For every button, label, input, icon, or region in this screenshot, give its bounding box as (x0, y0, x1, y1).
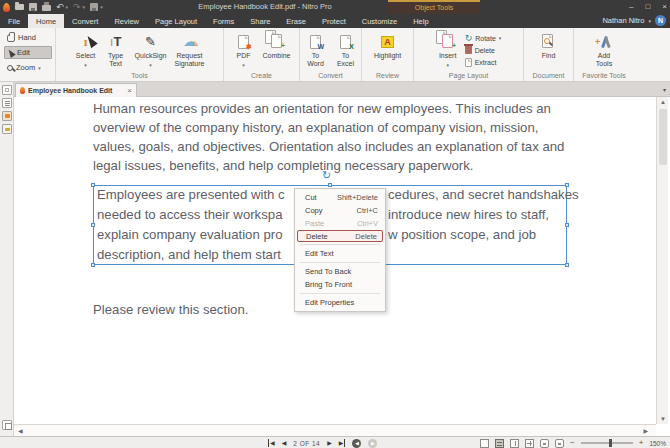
highlight-button[interactable]: A Highlight (370, 30, 405, 60)
edit-tool-button[interactable]: Edit (4, 46, 52, 59)
to-excel-button[interactable]: X To Excel (331, 30, 361, 68)
view-back-icon[interactable]: ◀ (352, 439, 361, 448)
view-forward-icon[interactable]: ▶ (368, 439, 377, 448)
undo-icon[interactable]: ↶ (56, 2, 64, 12)
create-pdf-button[interactable]: ✱ PDF ▾ (228, 30, 258, 68)
save-icon[interactable] (29, 3, 37, 11)
scroll-left-icon[interactable]: ◀ (18, 427, 23, 434)
tab-protect[interactable]: Protect (314, 14, 354, 28)
tab-erase[interactable]: Erase (278, 14, 314, 28)
document-tab[interactable]: Employee Handbook Edit × (15, 83, 137, 97)
add-tools-icon: + (597, 35, 611, 49)
tab-home[interactable]: Home (28, 14, 64, 28)
resize-handle[interactable] (328, 183, 332, 187)
pages-panel-icon[interactable] (2, 85, 12, 95)
print-icon[interactable] (42, 5, 51, 11)
minimize-button[interactable]: – (629, 1, 633, 13)
menu-item-edit-properties[interactable]: Edit Properties (295, 296, 385, 309)
tab-customize[interactable]: Customize (354, 14, 405, 28)
resize-handle[interactable] (91, 183, 95, 187)
view-continuous-icon[interactable] (495, 439, 504, 448)
request-signature-button[interactable]: ☁✎ Request Signature (170, 30, 208, 68)
redo-icon[interactable]: ↷ (73, 2, 81, 12)
tab-page-layout[interactable]: Page Layout (147, 14, 205, 28)
pane-options-icon[interactable]: ▾ (663, 86, 666, 93)
vertical-scroll-thumb[interactable] (659, 109, 667, 165)
quicksign-dropdown-icon[interactable]: ▾ (149, 62, 152, 68)
select-dropdown-icon[interactable]: ▾ (84, 62, 87, 68)
insert-dropdown-icon[interactable]: ▾ (446, 62, 449, 68)
quick-tool-dropdown-icon[interactable]: ▾ (100, 4, 103, 10)
tab-share[interactable]: Share (242, 14, 278, 28)
insert-button[interactable]: + Insert ▾ (433, 30, 463, 68)
close-button[interactable]: × (662, 1, 667, 13)
scroll-down-icon[interactable]: ▼ (657, 416, 669, 422)
delete-page-button[interactable]: Delete (465, 45, 502, 55)
rotate-dropdown-icon[interactable]: ▾ (499, 35, 502, 41)
quick-tool-icon[interactable] (90, 3, 98, 11)
zoom-dropdown-icon[interactable]: ▾ (38, 65, 41, 71)
pdf-dropdown-icon[interactable]: ▾ (242, 62, 245, 68)
first-page-icon[interactable]: ◀ (268, 439, 275, 447)
document-tab-close-icon[interactable]: × (127, 86, 132, 95)
resize-handle[interactable] (91, 263, 95, 267)
hand-tool-button[interactable]: Hand (4, 31, 52, 44)
undo-dropdown-icon[interactable]: ▾ (66, 4, 69, 10)
combine-button[interactable]: + Combine (258, 30, 294, 60)
menu-item-copy[interactable]: CopyCtrl+C (295, 204, 385, 217)
zoom-in-icon[interactable]: + (639, 439, 644, 447)
zoom-out-icon[interactable]: − (570, 439, 575, 447)
tab-forms[interactable]: Forms (205, 14, 242, 28)
zoom-slider[interactable] (581, 442, 633, 444)
to-word-button[interactable]: W To Word (301, 30, 331, 68)
shortcut-delete: Delete (355, 232, 377, 241)
quicksign-button[interactable]: ✎ QuickSign ▾ (131, 30, 171, 68)
tab-convert[interactable]: Convert (64, 14, 106, 28)
user-dropdown-icon[interactable]: ▾ (648, 18, 651, 24)
menu-item-delete[interactable]: DeleteDelete (297, 230, 383, 242)
user-account[interactable]: Nathan Nitro ▾ N (602, 15, 666, 26)
menu-item-send-to-back[interactable]: Send To Back (295, 265, 385, 278)
tab-file[interactable]: File (0, 14, 28, 28)
signatures-panel-icon[interactable] (2, 124, 12, 134)
select-button[interactable]: ı Select ▾ (71, 30, 101, 68)
scroll-up-icon[interactable]: ▲ (657, 99, 669, 105)
find-button[interactable]: Find (534, 30, 564, 60)
view-single-page-icon[interactable] (480, 439, 489, 448)
open-icon[interactable] (15, 4, 24, 10)
resize-handle[interactable] (91, 223, 95, 227)
redo-dropdown-icon[interactable]: ▾ (83, 4, 86, 10)
zoom-slider-thumb[interactable] (609, 439, 612, 447)
view-facing-pages-icon[interactable] (510, 439, 519, 448)
zoom-tool-button[interactable]: Zoom ▾ (4, 61, 52, 74)
page-indicator[interactable]: 2 OF 14 (293, 440, 320, 447)
menu-item-edit-text[interactable]: Edit Text (295, 247, 385, 260)
zoom-level[interactable]: 150% (649, 440, 666, 447)
tab-help[interactable]: Help (405, 14, 436, 28)
attachments-panel-icon[interactable] (2, 420, 12, 430)
vertical-scrollbar[interactable]: ▲ ▼ (656, 97, 668, 424)
type-text-button[interactable]: ıT Type Text (101, 30, 131, 68)
view-fit-width-icon[interactable] (540, 439, 549, 448)
comments-panel-icon[interactable] (2, 111, 12, 121)
resize-handle[interactable] (565, 263, 569, 267)
last-page-icon[interactable]: ▶ (339, 439, 346, 447)
view-fullscreen-icon[interactable] (555, 439, 564, 448)
menu-item-bring-to-front[interactable]: Bring To Front (295, 278, 385, 291)
view-grid-icon[interactable] (525, 439, 534, 448)
rotate-handle-icon[interactable]: ↻ (322, 170, 331, 181)
horizontal-scrollbar[interactable]: ◀ ▶ (14, 424, 656, 436)
next-page-icon[interactable]: ▶ (327, 439, 332, 447)
menu-item-cut[interactable]: CutShift+Delete (295, 191, 385, 204)
bookmarks-panel-icon[interactable] (2, 98, 12, 108)
rotate-button[interactable]: ↻ Rotate ▾ (465, 33, 502, 43)
add-tools-button[interactable]: + Add Tools (589, 30, 619, 68)
document-page[interactable]: Human resources provides an orientation … (14, 97, 656, 425)
tab-review[interactable]: Review (106, 14, 147, 28)
maximize-button[interactable]: □ (645, 1, 650, 13)
scroll-right-icon[interactable]: ▶ (643, 427, 648, 434)
extract-button[interactable]: Extract (465, 57, 502, 67)
avatar[interactable]: N (655, 15, 666, 26)
resize-handle[interactable] (565, 223, 569, 227)
previous-page-icon[interactable]: ◀ (282, 439, 287, 447)
